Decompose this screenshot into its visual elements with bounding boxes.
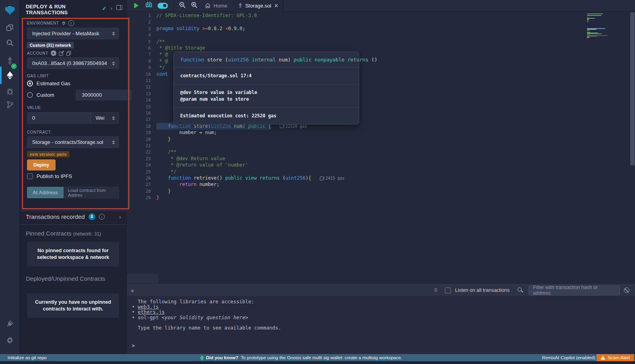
ai-copilot-robot-icon[interactable] — [145, 1, 153, 10]
solidity-compiler-icon[interactable]: ✓ — [0, 53, 20, 69]
at-address-button[interactable]: At Address — [27, 187, 64, 198]
line-number[interactable]: 1 — [127, 12, 151, 19]
value-unit-select[interactable]: Wei — [90, 112, 119, 124]
code-line[interactable]: // SPDX-License-Identifier: GPL-3.0 — [156, 12, 257, 19]
line-number[interactable]: 3 — [127, 25, 151, 32]
line-number[interactable]: 27 — [127, 181, 151, 188]
run-script-icon[interactable] — [134, 3, 139, 8]
zoom-out-icon[interactable] — [179, 2, 186, 10]
copilot-toggle[interactable] — [158, 3, 168, 9]
code-line[interactable]: * @ — [156, 58, 168, 65]
at-address-input[interactable]: Load contract from Addres — [64, 187, 119, 198]
custom-gas-radio[interactable] — [27, 92, 33, 98]
line-number[interactable]: 7 — [127, 51, 151, 58]
pin-panel-icon[interactable] — [116, 5, 122, 10]
settings-gear-icon[interactable] — [0, 333, 20, 347]
terminal-output[interactable]: The following libraries are accessible:•… — [127, 296, 635, 354]
gas-estimate-widget[interactable]: 2415 gas — [320, 175, 344, 182]
editor-horizontal-scrollbar[interactable] — [127, 274, 158, 284]
search-icon[interactable] — [0, 36, 20, 50]
line-number[interactable]: 5 — [127, 38, 151, 45]
chevron-updown-icon — [112, 61, 119, 65]
transactions-expand-icon[interactable]: › — [119, 213, 121, 220]
line-number[interactable]: 15 — [127, 103, 151, 110]
line-number[interactable]: 10 — [127, 71, 151, 78]
line-number[interactable]: 18 — [127, 123, 151, 130]
contract-label: CONTRACT — [27, 130, 51, 134]
file-explorer-icon[interactable] — [0, 21, 20, 35]
code-line[interactable]: * @return value of 'number' — [156, 162, 248, 169]
environment-select[interactable]: Injected Provider - MetaMask — [27, 28, 119, 39]
line-number[interactable]: 25 — [127, 169, 151, 175]
terminal-filter-input[interactable]: Filter with transaction hash or address — [529, 285, 620, 295]
editor-minimap[interactable] — [586, 13, 608, 39]
editor-vertical-scrollbar[interactable] — [630, 12, 635, 165]
line-number[interactable]: 17 — [127, 116, 151, 123]
code-line[interactable]: function retrieve() public view returns … — [156, 175, 344, 182]
code-line[interactable]: cont — [156, 71, 168, 78]
line-number[interactable]: 29 — [127, 194, 151, 201]
line-number[interactable]: 24 — [127, 162, 151, 169]
code-line[interactable]: } — [156, 194, 159, 201]
git-icon[interactable] — [0, 98, 20, 112]
publish-ipfs-checkbox[interactable] — [27, 173, 33, 179]
line-number[interactable]: 6 — [127, 45, 151, 52]
file-tab-label: Storage.sol — [245, 3, 271, 9]
debugger-icon[interactable] — [0, 84, 20, 98]
line-number[interactable]: 9 — [127, 64, 151, 71]
account-select[interactable]: 0xA03...85ac4 (0.398673504934 — [27, 57, 119, 69]
code-line[interactable]: * @ — [156, 51, 168, 58]
line-number[interactable]: 20 — [127, 136, 151, 143]
code-line[interactable]: */ — [156, 169, 177, 175]
custom-gas-input[interactable]: 3000000 — [76, 90, 131, 100]
line-number[interactable]: 8 — [127, 58, 151, 65]
plugin-manager-icon[interactable] — [0, 317, 20, 331]
terminal-count: 0 — [435, 287, 437, 293]
tab-home[interactable]: Home — [205, 3, 227, 9]
remixai-logo-icon[interactable] — [0, 2, 20, 17]
panel-expand-icon[interactable]: › — [111, 5, 112, 11]
deploy-run-icon[interactable] — [0, 68, 20, 82]
code-line[interactable]: /** — [156, 38, 165, 45]
code-line[interactable]: pragma solidity >=0.8.2 <0.9.0; — [156, 25, 245, 32]
zoom-in-icon[interactable] — [191, 2, 198, 10]
terminal-clear-icon[interactable] — [624, 287, 629, 293]
transactions-info-icon[interactable]: i — [99, 214, 105, 220]
code-line[interactable]: number = num; — [156, 129, 217, 136]
line-number[interactable]: 4 — [127, 32, 151, 38]
create-account-icon[interactable]: + — [51, 50, 56, 56]
code-line[interactable]: * @dev Return value — [156, 155, 225, 162]
environment-info-icon[interactable]: i — [68, 20, 74, 26]
code-line[interactable]: /** — [156, 149, 177, 155]
deploy-button[interactable]: Deploy — [27, 159, 56, 171]
line-number[interactable]: 26 — [127, 175, 151, 182]
code-line[interactable]: } — [156, 188, 171, 195]
code-line[interactable]: } — [156, 136, 171, 143]
line-number[interactable]: 11 — [127, 77, 151, 84]
terminal-collapse-icon[interactable]: » — [130, 289, 136, 291]
code-line[interactable]: return number; — [156, 181, 219, 188]
line-number[interactable]: 28 — [127, 188, 151, 195]
copilot-status[interactable]: RemixAI Copilot (enabled) — [542, 355, 595, 360]
copy-address-icon[interactable] — [66, 51, 71, 56]
scam-alert-button[interactable]: Scam Alert — [597, 354, 634, 361]
terminal-search-icon[interactable] — [518, 287, 521, 291]
code-line[interactable]: * @title Storage — [156, 45, 205, 52]
tab-storage-sol[interactable]: Storage.sol ✕ — [233, 0, 284, 11]
terminal-prompt[interactable]: > — [132, 343, 135, 349]
close-tab-icon[interactable]: ✕ — [274, 3, 278, 9]
line-number[interactable]: 2 — [127, 19, 151, 25]
sign-message-icon[interactable] — [59, 51, 64, 56]
line-number[interactable]: 19 — [127, 129, 151, 136]
line-number[interactable]: 21 — [127, 142, 151, 149]
git-init-button[interactable]: Initialize as git repo — [8, 355, 46, 360]
value-input[interactable]: 0 — [27, 112, 90, 124]
listen-all-transactions-checkbox[interactable] — [445, 287, 451, 293]
publish-ipfs-label: Publish to IPFS — [37, 173, 72, 179]
contract-select[interactable]: Storage - contracts/Storage.sol — [27, 136, 119, 148]
estimated-gas-radio[interactable] — [27, 80, 33, 86]
code-line[interactable]: */ — [156, 64, 165, 71]
line-number[interactable]: 16 — [127, 110, 151, 117]
line-number[interactable]: 23 — [127, 155, 151, 162]
line-number[interactable]: 22 — [127, 149, 151, 155]
